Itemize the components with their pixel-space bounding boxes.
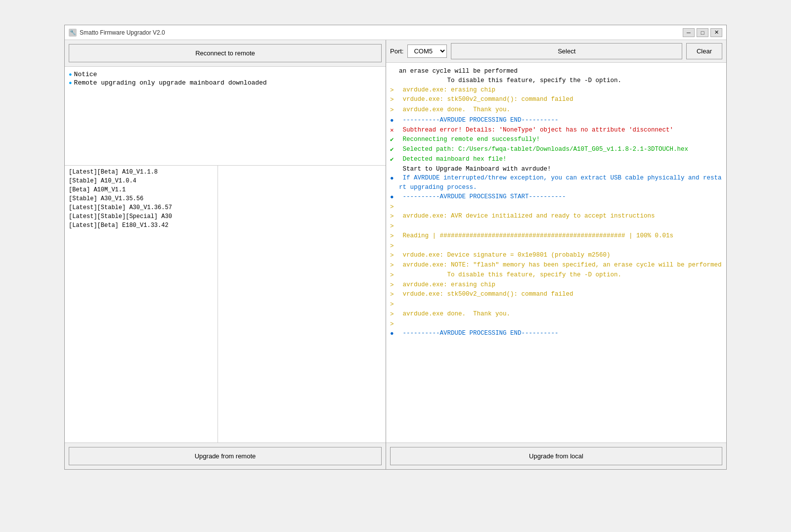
log-line: > [390, 241, 722, 251]
bottom-bar-right: Upgrade from local [386, 443, 726, 469]
log-prefix: > [390, 300, 397, 310]
left-panel: Reconnect to remote ●Notice●Remote upgra… [65, 40, 386, 469]
log-text: ----------AVRDUDE PROCESSING END--------… [399, 329, 722, 338]
reconnect-button[interactable]: Reconnect to remote [69, 44, 382, 62]
log-text: avrdude.exe: erasing chip [399, 86, 722, 95]
log-text: Selected path: C:/Users/fwqa-tablet/Down… [399, 145, 722, 154]
firmware-item[interactable]: [Beta] A10M_V1.1 [67, 185, 216, 194]
log-prefix: > [390, 95, 397, 105]
log-line: ● ----------AVRDUDE PROCESSING START----… [390, 192, 722, 202]
log-prefix: > [390, 86, 397, 95]
log-text: Reading | ##############################… [399, 231, 722, 241]
log-text: To disable this feature, specify the -D … [399, 76, 722, 86]
window-title: Smatto Firmware Upgrador V2.0 [80, 29, 165, 36]
bottom-bar-left: Upgrade from remote [65, 443, 386, 469]
log-prefix: > [390, 212, 397, 222]
upgrade-local-button[interactable]: Upgrade from local [390, 447, 722, 465]
log-prefix: ✔ [390, 135, 397, 145]
firmware-item[interactable]: [Latest][Beta] E180_V1.33.42 [67, 221, 216, 230]
log-prefix: > [390, 281, 397, 290]
upgrade-remote-button[interactable]: Upgrade from remote [69, 447, 382, 465]
log-prefix: > [390, 222, 397, 231]
file-panel [218, 166, 386, 443]
notice-area: ●Notice●Remote upgrading only upgrade ma… [65, 67, 386, 166]
title-bar: 🔧 Smatto Firmware Upgrador V2.0 ─ □ ✕ [65, 25, 726, 40]
log-prefix: ● [390, 329, 397, 339]
select-button[interactable]: Select [451, 43, 682, 59]
log-area: an erase cycle will be performed To disa… [386, 63, 726, 443]
log-line: ● ----------AVRDUDE PROCESSING END------… [390, 329, 722, 339]
log-prefix: > [390, 310, 397, 319]
log-prefix: > [390, 106, 397, 115]
maximize-button[interactable]: □ [697, 28, 708, 37]
notice-text: Notice [74, 71, 97, 78]
log-prefix: > [390, 251, 397, 261]
notice-line: ●Notice [69, 71, 382, 78]
log-line: > [390, 202, 722, 212]
top-bar-right: Port: COM1COM2COM3COM4COM5COM6COM7COM8 S… [386, 40, 726, 63]
minimize-button[interactable]: ─ [683, 28, 695, 37]
log-text: vrdude.exe: stk500v2_command(): command … [399, 95, 722, 104]
log-prefix: ● [390, 116, 397, 126]
window-controls: ─ □ ✕ [683, 28, 722, 37]
log-prefix: > [390, 261, 397, 270]
notice-text: Remote upgrading only upgrade mainboard … [74, 79, 267, 87]
log-prefix: ● [390, 193, 397, 202]
log-line: > vrdude.exe: Device signature = 0x1e980… [390, 251, 722, 261]
log-line: > [390, 300, 722, 310]
log-line: > vrdude.exe: stk500v2_command(): comman… [390, 95, 722, 105]
log-prefix: ● [390, 174, 397, 183]
log-prefix: > [390, 320, 397, 329]
log-prefix: ✔ [390, 145, 397, 155]
log-line: an erase cycle will be performed [390, 67, 722, 76]
log-text: avrdude.exe: AVR device initialized and … [399, 212, 722, 221]
firmware-list: [Latest][Beta] A10_V1.1.8[Stable] A10_V1… [65, 166, 218, 443]
firmware-item[interactable]: [Stable] A30_V1.35.56 [67, 194, 216, 203]
log-text: Detected mainboard hex file! [399, 155, 722, 164]
log-line: > To disable this feature, specify the -… [390, 270, 722, 280]
log-text: vrdude.exe: stk500v2_command(): command … [399, 290, 722, 299]
log-text: an erase cycle will be performed [399, 67, 722, 76]
right-panel: Port: COM1COM2COM3COM4COM5COM6COM7COM8 S… [386, 40, 726, 469]
log-line: > avrdude.exe: erasing chip [390, 86, 722, 95]
log-prefix: > [390, 203, 397, 212]
firmware-item[interactable]: [Latest][Stable] A30_V1.36.57 [67, 203, 216, 212]
notice-bullet: ● [69, 80, 72, 86]
log-line: ● If AVRDUDE interrupted/threw exception… [390, 174, 722, 192]
firmware-item[interactable]: [Stable] A10_V1.0.4 [67, 177, 216, 185]
firmware-item[interactable]: [Latest][Beta] A10_V1.1.8 [67, 168, 216, 177]
log-text: ----------AVRDUDE PROCESSING END--------… [399, 116, 722, 125]
port-label: Port: [390, 47, 403, 55]
close-button[interactable]: ✕ [710, 28, 722, 37]
top-bar-left: Reconnect to remote [65, 40, 386, 67]
main-content: Reconnect to remote ●Notice●Remote upgra… [65, 40, 726, 469]
log-text: avrdude.exe done. Thank you. [399, 105, 722, 115]
lower-left: [Latest][Beta] A10_V1.1.8[Stable] A10_V1… [65, 166, 386, 443]
log-prefix: ✔ [390, 155, 397, 165]
log-line: > Reading | ############################… [390, 231, 722, 241]
app-icon: 🔧 [69, 29, 77, 37]
log-line: ● ----------AVRDUDE PROCESSING END------… [390, 116, 722, 126]
log-text: avrdude.exe done. Thank you. [399, 310, 722, 319]
log-prefix: ✕ [390, 126, 397, 135]
log-text: If AVRDUDE interrupted/threw exception, … [399, 174, 722, 192]
log-text: avrdude.exe: erasing chip [399, 280, 722, 290]
log-text: Start to Upgrade Mainboard with avrdude! [399, 165, 722, 174]
log-line: > avrdude.exe: NOTE: "flash" memory has … [390, 261, 722, 270]
log-line: > vrdude.exe: stk500v2_command(): comman… [390, 290, 722, 300]
log-prefix: > [390, 242, 397, 251]
log-line: > avrdude.exe done. Thank you. [390, 105, 722, 115]
log-text: Reconnecting remote end successfully! [399, 135, 722, 144]
log-prefix: > [390, 271, 397, 280]
log-line: > avrdude.exe: AVR device initialized an… [390, 212, 722, 222]
port-select[interactable]: COM1COM2COM3COM4COM5COM6COM7COM8 [407, 44, 447, 58]
log-prefix: > [390, 290, 397, 300]
log-text: avrdude.exe: NOTE: "flash" memory has be… [399, 261, 722, 270]
log-line: ✕ Subthread error! Details: 'NoneType' o… [390, 126, 722, 135]
log-text: To disable this feature, specify the -D … [399, 270, 722, 280]
log-line: > avrdude.exe: erasing chip [390, 280, 722, 290]
log-line: To disable this feature, specify the -D … [390, 76, 722, 86]
clear-button[interactable]: Clear [686, 43, 722, 59]
firmware-item[interactable]: [Latest][Stable][Special] A30 [67, 212, 216, 221]
log-line: Start to Upgrade Mainboard with avrdude! [390, 165, 722, 174]
